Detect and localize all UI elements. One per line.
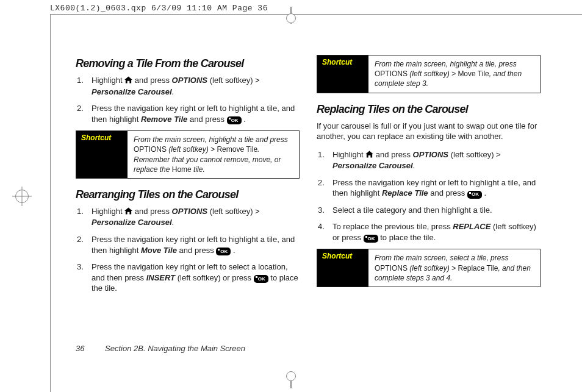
ok-key-icon: OK	[254, 275, 268, 283]
text: .	[172, 87, 174, 96]
text: From the main screen, select a tile, pre…	[375, 254, 508, 262]
left-column: Removing a Tile From the Carousel Highli…	[76, 55, 300, 300]
left-rule	[50, 14, 51, 392]
text: to place the tile.	[380, 233, 436, 242]
ok-key-icon: OK	[227, 116, 242, 124]
text: Home	[172, 165, 192, 174]
personalize-label: Personalize Carousel	[332, 161, 413, 170]
text: and press	[190, 115, 227, 124]
replace-tile-label: Replace Tile	[382, 188, 428, 198]
doc-header: LX600(1.2)_0603.qxp 6/3/09 11:10 AM Page…	[50, 4, 268, 13]
replacing-intro: If your carousel is full or if you just …	[317, 121, 541, 142]
shortcut-label: Shortcut	[317, 249, 368, 287]
text: (left softkey) >	[210, 207, 260, 216]
text: tile.	[192, 165, 205, 174]
text: .	[413, 161, 415, 170]
text: .	[242, 115, 246, 124]
step: Press the navigation key right or left t…	[76, 234, 300, 255]
text: and press	[376, 150, 413, 159]
step: Highlight and press OPTIONS (left softke…	[76, 75, 300, 97]
text: OPTIONS	[375, 264, 408, 273]
options-label: OPTIONS	[172, 76, 208, 85]
text: (left softkey) >	[408, 69, 458, 78]
text: and press	[135, 207, 172, 216]
text: and press	[430, 188, 467, 198]
personalize-label: Personalize Carousel	[92, 218, 172, 227]
step: Press the navigation key right or left t…	[76, 262, 300, 294]
shortcut-box-remove: Shortcut From the main screen, highlight…	[76, 130, 300, 179]
crop-circle-top	[286, 13, 296, 23]
top-rule	[50, 14, 582, 15]
text: Move Tile	[458, 69, 489, 78]
registration-mark-left	[15, 190, 29, 203]
page-footer: 36 Section 2B. Navigating the Main Scree…	[76, 344, 245, 353]
text: From the main screen, highlight a tile, …	[375, 60, 517, 68]
replacing-steps: Highlight and press OPTIONS (left softke…	[317, 149, 541, 243]
home-icon	[124, 76, 132, 87]
replace-label: REPLACE	[453, 222, 490, 231]
text: (left softkey) >	[408, 264, 458, 273]
text: .	[231, 246, 235, 255]
text: Highlight	[332, 150, 365, 159]
shortcut-label: Shortcut	[76, 131, 128, 178]
options-label: OPTIONS	[413, 150, 449, 159]
heading-replacing: Replacing Tiles on the Carousel	[317, 103, 541, 116]
text: Highlight	[92, 207, 124, 216]
text: Remove Tile	[217, 145, 257, 154]
right-column: Shortcut From the main screen, highlight…	[317, 55, 541, 300]
text: (left softkey) >	[451, 150, 501, 159]
text: (left softkey) >	[167, 145, 217, 154]
removing-steps: Highlight and press OPTIONS (left softke…	[76, 75, 300, 124]
remove-tile-label: Remove Tile	[141, 115, 187, 124]
text: To replace the previous tile, press	[332, 222, 453, 231]
section-title: Section 2B. Navigating the Main Screen	[105, 344, 245, 353]
shortcut-label: Shortcut	[317, 55, 368, 93]
text: and press	[135, 76, 172, 85]
insert-label: INSERT	[146, 273, 175, 282]
ok-key-icon: OK	[364, 235, 378, 243]
text: From the main screen, highlight a tile a…	[134, 135, 288, 144]
page-number: 36	[76, 344, 84, 353]
text: Replace Tile	[458, 264, 498, 273]
personalize-label: Personalize Carousel	[92, 87, 172, 96]
text: (left softkey) or press	[178, 273, 254, 282]
text: and press	[179, 246, 217, 255]
text: .	[482, 188, 486, 198]
ok-key-icon: OK	[467, 191, 482, 199]
shortcut-body: From the main screen, select a tile, pre…	[368, 249, 540, 287]
heading-removing: Removing a Tile From the Carousel	[76, 57, 300, 70]
options-label: OPTIONS	[172, 207, 208, 216]
shortcut-body: From the main screen, highlight a tile, …	[368, 55, 540, 93]
heading-rearranging: Rearranging Tiles on the Carousel	[76, 188, 300, 201]
shortcut-box-move: Shortcut From the main screen, highlight…	[317, 55, 541, 93]
page-content: Removing a Tile From the Carousel Highli…	[76, 55, 541, 300]
step: Highlight and press OPTIONS (left softke…	[76, 206, 300, 228]
home-icon	[124, 207, 132, 218]
rearranging-steps: Highlight and press OPTIONS (left softke…	[76, 206, 300, 294]
text: OPTIONS	[375, 69, 408, 78]
text: .	[172, 218, 174, 227]
step: Highlight and press OPTIONS (left softke…	[317, 149, 541, 171]
shortcut-box-replace: Shortcut From the main screen, select a …	[317, 249, 541, 287]
ok-key-icon: OK	[216, 248, 231, 255]
text: OPTIONS	[134, 145, 167, 154]
step: To replace the previous tile, press REPL…	[317, 221, 541, 243]
text: (left softkey) >	[210, 76, 260, 85]
shortcut-body: From the main screen, highlight a tile a…	[128, 131, 299, 178]
crop-circle-bottom	[286, 371, 296, 381]
text: Highlight	[92, 76, 124, 85]
step: Press the navigation key right or left t…	[317, 177, 541, 199]
move-tile-label: Move Tile	[141, 246, 177, 255]
step: Press the navigation key right or left t…	[76, 103, 300, 124]
home-icon	[365, 150, 373, 161]
step: Select a tile category and then highligh…	[317, 205, 541, 216]
